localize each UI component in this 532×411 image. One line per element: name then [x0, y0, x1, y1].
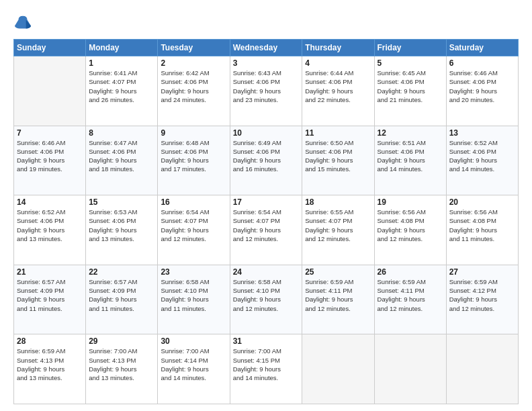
day-info: Sunrise: 6:41 AM Sunset: 4:07 PM Dayligh… [89, 68, 154, 104]
calendar-cell: 3Sunrise: 6:43 AM Sunset: 4:06 PM Daylig… [230, 56, 302, 126]
calendar-cell: 24Sunrise: 6:58 AM Sunset: 4:10 PM Dayli… [230, 265, 302, 334]
calendar-table: SundayMondayTuesdayWednesdayThursdayFrid… [13, 39, 519, 404]
day-number: 10 [233, 128, 300, 138]
day-info: Sunrise: 6:54 AM Sunset: 4:07 PM Dayligh… [161, 208, 226, 243]
day-info: Sunrise: 6:52 AM Sunset: 4:06 PM Dayligh… [449, 138, 515, 174]
header-row: SundayMondayTuesdayWednesdayThursdayFrid… [14, 40, 519, 56]
day-info: Sunrise: 6:50 AM Sunset: 4:06 PM Dayligh… [305, 138, 371, 174]
day-number: 16 [161, 197, 226, 207]
col-header-thursday: Thursday [302, 40, 374, 56]
day-info: Sunrise: 7:00 AM Sunset: 4:15 PM Dayligh… [233, 347, 300, 382]
calendar-cell: 8Sunrise: 6:47 AM Sunset: 4:06 PM Daylig… [86, 126, 158, 195]
day-number: 24 [233, 267, 300, 277]
week-row-4: 21Sunrise: 6:57 AM Sunset: 4:09 PM Dayli… [14, 265, 519, 334]
day-info: Sunrise: 6:58 AM Sunset: 4:10 PM Dayligh… [233, 277, 300, 313]
calendar-cell: 30Sunrise: 7:00 AM Sunset: 4:14 PM Dayli… [158, 334, 230, 404]
day-info: Sunrise: 6:45 AM Sunset: 4:06 PM Dayligh… [378, 68, 443, 104]
calendar-cell: 1Sunrise: 6:41 AM Sunset: 4:07 PM Daylig… [86, 56, 158, 126]
calendar-cell: 17Sunrise: 6:54 AM Sunset: 4:07 PM Dayli… [230, 195, 302, 265]
calendar-cell: 31Sunrise: 7:00 AM Sunset: 4:15 PM Dayli… [230, 334, 302, 404]
calendar-cell: 19Sunrise: 6:56 AM Sunset: 4:08 PM Dayli… [374, 195, 446, 265]
day-number: 30 [161, 336, 226, 346]
day-info: Sunrise: 6:52 AM Sunset: 4:06 PM Dayligh… [17, 208, 83, 243]
calendar-cell: 29Sunrise: 7:00 AM Sunset: 4:13 PM Dayli… [86, 334, 158, 404]
calendar-cell: 28Sunrise: 6:59 AM Sunset: 4:13 PM Dayli… [14, 334, 86, 404]
day-number: 25 [305, 267, 371, 277]
calendar-cell: 2Sunrise: 6:42 AM Sunset: 4:06 PM Daylig… [158, 56, 230, 126]
week-row-3: 14Sunrise: 6:52 AM Sunset: 4:06 PM Dayli… [14, 195, 519, 265]
day-info: Sunrise: 7:00 AM Sunset: 4:13 PM Dayligh… [89, 347, 154, 382]
day-info: Sunrise: 6:57 AM Sunset: 4:09 PM Dayligh… [17, 277, 83, 313]
day-number: 27 [449, 267, 515, 277]
week-row-5: 28Sunrise: 6:59 AM Sunset: 4:13 PM Dayli… [14, 334, 519, 404]
day-info: Sunrise: 6:43 AM Sunset: 4:06 PM Dayligh… [233, 68, 300, 104]
col-header-friday: Friday [374, 40, 446, 56]
calendar-cell: 13Sunrise: 6:52 AM Sunset: 4:06 PM Dayli… [446, 126, 518, 195]
calendar-cell [302, 334, 374, 404]
day-info: Sunrise: 6:49 AM Sunset: 4:06 PM Dayligh… [233, 138, 300, 174]
calendar-cell: 6Sunrise: 6:46 AM Sunset: 4:06 PM Daylig… [446, 56, 518, 126]
day-number: 9 [161, 128, 226, 138]
col-header-saturday: Saturday [446, 40, 518, 56]
calendar-cell: 25Sunrise: 6:59 AM Sunset: 4:11 PM Dayli… [302, 265, 374, 334]
day-info: Sunrise: 6:56 AM Sunset: 4:08 PM Dayligh… [449, 208, 515, 243]
calendar-cell: 23Sunrise: 6:58 AM Sunset: 4:10 PM Dayli… [158, 265, 230, 334]
day-info: Sunrise: 6:53 AM Sunset: 4:06 PM Dayligh… [89, 208, 154, 243]
day-info: Sunrise: 6:48 AM Sunset: 4:06 PM Dayligh… [161, 138, 226, 174]
calendar-cell [14, 56, 86, 126]
day-info: Sunrise: 6:44 AM Sunset: 4:06 PM Dayligh… [305, 68, 371, 104]
day-number: 1 [89, 58, 154, 68]
day-number: 26 [378, 267, 443, 277]
col-header-monday: Monday [86, 40, 158, 56]
day-info: Sunrise: 6:54 AM Sunset: 4:07 PM Dayligh… [233, 208, 300, 243]
calendar-cell: 27Sunrise: 6:59 AM Sunset: 4:12 PM Dayli… [446, 265, 518, 334]
day-number: 29 [89, 336, 154, 346]
day-number: 18 [305, 197, 371, 207]
day-info: Sunrise: 6:59 AM Sunset: 4:11 PM Dayligh… [305, 277, 371, 313]
header [13, 12, 519, 34]
day-info: Sunrise: 6:55 AM Sunset: 4:07 PM Dayligh… [305, 208, 371, 243]
day-info: Sunrise: 7:00 AM Sunset: 4:14 PM Dayligh… [161, 347, 226, 382]
day-number: 14 [17, 197, 83, 207]
day-number: 7 [17, 128, 83, 138]
day-info: Sunrise: 6:59 AM Sunset: 4:12 PM Dayligh… [449, 277, 515, 313]
col-header-wednesday: Wednesday [230, 40, 302, 56]
calendar-cell: 18Sunrise: 6:55 AM Sunset: 4:07 PM Dayli… [302, 195, 374, 265]
day-number: 8 [89, 128, 154, 138]
calendar-cell: 9Sunrise: 6:48 AM Sunset: 4:06 PM Daylig… [158, 126, 230, 195]
day-number: 23 [161, 267, 226, 277]
page: SundayMondayTuesdayWednesdayThursdayFrid… [0, 0, 532, 411]
day-number: 3 [233, 58, 300, 68]
calendar-cell: 15Sunrise: 6:53 AM Sunset: 4:06 PM Dayli… [86, 195, 158, 265]
calendar-cell: 11Sunrise: 6:50 AM Sunset: 4:06 PM Dayli… [302, 126, 374, 195]
day-info: Sunrise: 6:51 AM Sunset: 4:06 PM Dayligh… [378, 138, 443, 174]
day-number: 6 [449, 58, 515, 68]
day-info: Sunrise: 6:59 AM Sunset: 4:11 PM Dayligh… [378, 277, 443, 313]
week-row-2: 7Sunrise: 6:46 AM Sunset: 4:06 PM Daylig… [14, 126, 519, 195]
day-number: 19 [378, 197, 443, 207]
day-number: 5 [378, 58, 443, 68]
logo [13, 15, 35, 34]
calendar-cell: 16Sunrise: 6:54 AM Sunset: 4:07 PM Dayli… [158, 195, 230, 265]
day-number: 21 [17, 267, 83, 277]
calendar-cell: 20Sunrise: 6:56 AM Sunset: 4:08 PM Dayli… [446, 195, 518, 265]
day-info: Sunrise: 6:42 AM Sunset: 4:06 PM Dayligh… [161, 68, 226, 104]
day-number: 11 [305, 128, 371, 138]
calendar-cell: 22Sunrise: 6:57 AM Sunset: 4:09 PM Dayli… [86, 265, 158, 334]
calendar-cell: 12Sunrise: 6:51 AM Sunset: 4:06 PM Dayli… [374, 126, 446, 195]
day-info: Sunrise: 6:46 AM Sunset: 4:06 PM Dayligh… [17, 138, 83, 174]
day-info: Sunrise: 6:58 AM Sunset: 4:10 PM Dayligh… [161, 277, 226, 313]
day-number: 4 [305, 58, 371, 68]
day-info: Sunrise: 6:46 AM Sunset: 4:06 PM Dayligh… [449, 68, 515, 104]
calendar-cell: 4Sunrise: 6:44 AM Sunset: 4:06 PM Daylig… [302, 56, 374, 126]
day-number: 15 [89, 197, 154, 207]
calendar-cell: 7Sunrise: 6:46 AM Sunset: 4:06 PM Daylig… [14, 126, 86, 195]
day-number: 28 [17, 336, 83, 346]
day-info: Sunrise: 6:56 AM Sunset: 4:08 PM Dayligh… [378, 208, 443, 243]
day-number: 31 [233, 336, 300, 346]
week-row-1: 1Sunrise: 6:41 AM Sunset: 4:07 PM Daylig… [14, 56, 519, 126]
day-number: 13 [449, 128, 515, 138]
day-info: Sunrise: 6:57 AM Sunset: 4:09 PM Dayligh… [89, 277, 154, 313]
calendar-cell [446, 334, 518, 404]
day-number: 12 [378, 128, 443, 138]
